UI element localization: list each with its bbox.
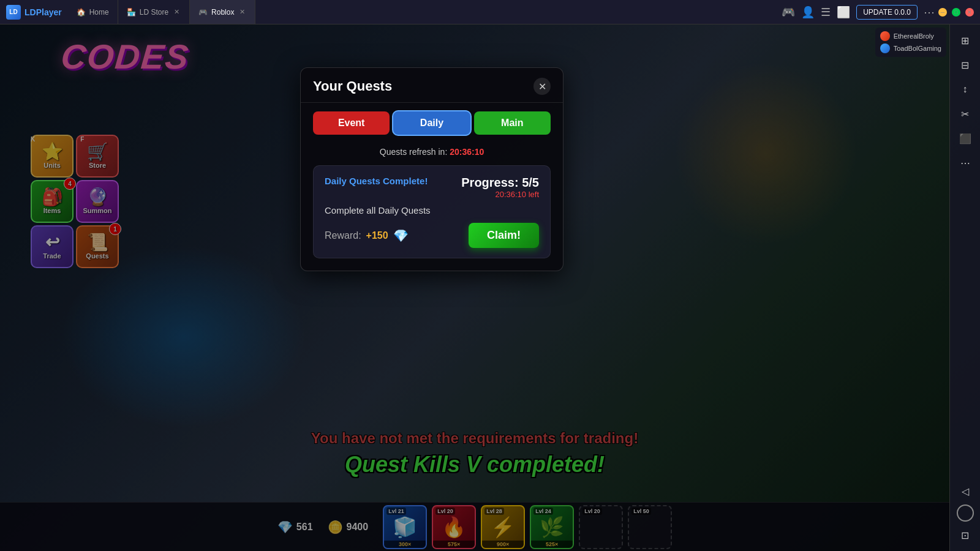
user-avatar-2 xyxy=(880,43,890,53)
user-panel: EtherealBroly ToadBolGaming xyxy=(875,28,946,57)
reward-amount: +150 xyxy=(366,230,388,241)
sidebar-icon-3[interactable]: ↕ xyxy=(954,78,976,100)
modal-header: Your Quests ✕ xyxy=(301,68,563,103)
claim-button[interactable]: Claim! xyxy=(469,223,539,248)
reward-text: Reward: +150 💎 xyxy=(325,228,409,243)
quest-complete-label: Daily Quests Complete! xyxy=(325,176,428,187)
window-controls: ─ □ ✕ xyxy=(938,8,980,17)
more-icon[interactable]: ⋯ xyxy=(924,6,935,19)
ldstore-tab-label: LD Store xyxy=(140,8,168,17)
modal-title: Your Quests xyxy=(313,78,392,94)
roblox-tab-label: Roblox xyxy=(211,8,234,17)
quest-card-top: Daily Quests Complete! Progress: 5/5 20:… xyxy=(325,176,539,199)
user-icon[interactable]: 👤 xyxy=(801,6,815,19)
modal-close-button[interactable]: ✕ xyxy=(533,78,551,95)
menu-icon[interactable]: ☰ xyxy=(821,6,831,19)
sidebar-icon-1[interactable]: ⊞ xyxy=(954,29,976,51)
reward-gem-icon: 💎 xyxy=(393,228,409,243)
progress-section: Progress: 5/5 20:36:10 left xyxy=(461,176,539,199)
home-tab-icon: 🏠 xyxy=(77,8,86,17)
right-sidebar: ⊞ ⊟ ↕ ✂ ⬛ ⋯ ◁ ⊡ xyxy=(949,24,980,551)
sidebar-icon-2[interactable]: ⊟ xyxy=(954,54,976,76)
close-x-icon: ✕ xyxy=(538,81,546,92)
user-name-1: EtherealBroly xyxy=(894,32,934,40)
refresh-text: Quests refresh in: 20:36:10 xyxy=(313,147,551,157)
progress-label: Progress: 5/5 xyxy=(461,176,539,190)
controller-icon[interactable]: 🎮 xyxy=(782,6,795,19)
sidebar-icon-6[interactable]: ⋯ xyxy=(954,152,976,174)
tab-main[interactable]: Main xyxy=(474,111,551,135)
sidebar-icon-bottom-1[interactable]: ◁ xyxy=(954,480,976,502)
complete-label-text: Daily Quests Complete! xyxy=(325,176,428,186)
maximize-button[interactable]: □ xyxy=(952,8,960,17)
modal-body: Quests refresh in: 20:36:10 Daily Quests… xyxy=(301,141,563,271)
user-row-1: EtherealBroly xyxy=(880,30,941,42)
tab-bar: 🏠 Home 🏪 LD Store ✕ 🎮 Roblox ✕ xyxy=(68,0,782,24)
ldstore-tab-icon: 🏪 xyxy=(127,8,136,17)
sidebar-icon-bottom-2[interactable] xyxy=(957,504,974,522)
quest-card: Daily Quests Complete! Progress: 5/5 20:… xyxy=(313,165,551,258)
user-row-2: ToadBolGaming xyxy=(880,42,941,54)
window-icon[interactable]: ⬜ xyxy=(837,6,850,19)
tab-home[interactable]: 🏠 Home xyxy=(68,0,118,24)
ldplayer-icon: LD xyxy=(6,5,21,20)
sidebar-icon-4[interactable]: ✂ xyxy=(954,103,976,125)
user-avatar-1 xyxy=(880,31,890,41)
close-button[interactable]: ✕ xyxy=(965,8,974,17)
tab-event[interactable]: Event xyxy=(313,111,390,135)
quest-tabs: Event Daily Main xyxy=(301,103,563,141)
ldplayer-title: LDPlayer xyxy=(24,7,62,17)
ldplayer-bar: LD LDPlayer 🏠 Home 🏪 LD Store ✕ 🎮 Roblox… xyxy=(0,0,980,24)
reward-prefix: Reward: xyxy=(325,230,361,241)
refresh-prefix: Quests refresh in: xyxy=(380,147,450,157)
time-left: 20:36:10 left xyxy=(461,190,539,199)
roblox-tab-icon: 🎮 xyxy=(198,8,208,17)
tab-roblox[interactable]: 🎮 Roblox ✕ xyxy=(190,0,255,24)
ldplayer-logo: LD LDPlayer xyxy=(0,5,68,20)
refresh-time: 20:36:10 xyxy=(450,147,484,157)
quest-reward-row: Reward: +150 💎 Claim! xyxy=(325,223,539,248)
tab-ldstore[interactable]: 🏪 LD Store ✕ xyxy=(118,0,190,24)
quest-description: Complete all Daily Quests xyxy=(325,205,539,216)
roblox-tab-close[interactable]: ✕ xyxy=(238,8,246,17)
ldstore-tab-close[interactable]: ✕ xyxy=(172,8,181,17)
home-tab-label: Home xyxy=(89,8,109,17)
sidebar-icon-5[interactable]: ⬛ xyxy=(954,127,976,149)
quest-modal: Your Quests ✕ Event Daily Main Quests re… xyxy=(300,67,564,271)
minimize-button[interactable]: ─ xyxy=(938,8,947,17)
tab-daily[interactable]: Daily xyxy=(393,111,470,135)
update-badge: UPDATE 0.0.0 xyxy=(856,5,918,20)
user-name-2: ToadBolGaming xyxy=(894,45,941,52)
sidebar-icon-bottom-3[interactable]: ⊡ xyxy=(954,524,976,546)
